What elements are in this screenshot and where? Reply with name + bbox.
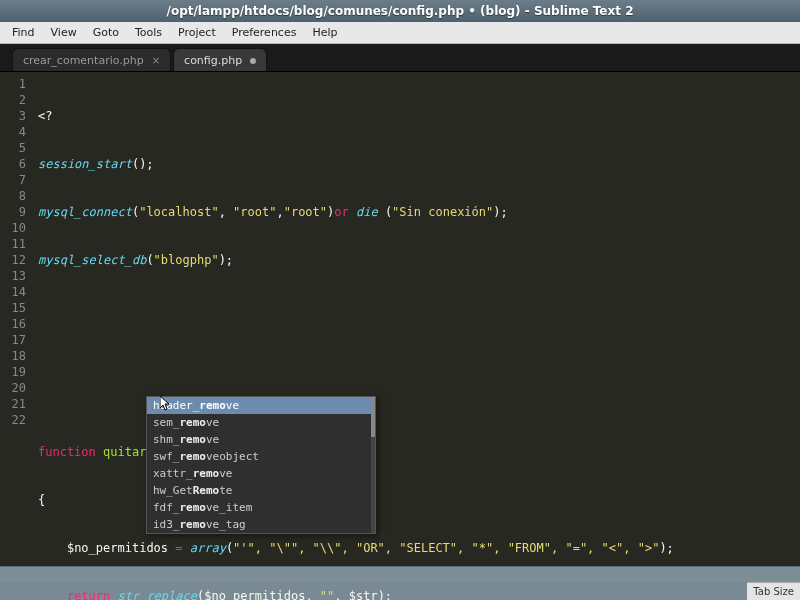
autocomplete-popup[interactable]: header_remove sem_remove shm_remove swf_… bbox=[146, 396, 376, 534]
tabbar: crear_comentario.php × config.php bbox=[0, 44, 800, 72]
menu-find[interactable]: Find bbox=[4, 26, 43, 39]
dirty-indicator-icon bbox=[250, 58, 256, 64]
menu-project[interactable]: Project bbox=[170, 26, 224, 39]
autocomplete-item[interactable]: fdf_remove_item bbox=[147, 499, 375, 516]
window-titlebar: /opt/lampp/htdocs/blog/comunes/config.ph… bbox=[0, 0, 800, 22]
autocomplete-item[interactable]: shm_remove bbox=[147, 431, 375, 448]
menu-tools[interactable]: Tools bbox=[127, 26, 170, 39]
autocomplete-item[interactable]: sem_remove bbox=[147, 414, 375, 431]
menubar: Find View Goto Tools Project Preferences… bbox=[0, 22, 800, 44]
menu-goto[interactable]: Goto bbox=[85, 26, 127, 39]
line-number-gutter: 12345678910111213141516171819202122 bbox=[0, 72, 34, 580]
close-icon[interactable]: × bbox=[152, 55, 160, 66]
status-tab-size[interactable]: Tab Size bbox=[753, 586, 794, 597]
tab-label: crear_comentario.php bbox=[23, 54, 144, 67]
tab-config[interactable]: config.php bbox=[173, 48, 267, 71]
menu-help[interactable]: Help bbox=[304, 26, 345, 39]
desktop-strip bbox=[0, 566, 800, 582]
statusbar: Tab Size bbox=[747, 582, 800, 600]
autocomplete-item[interactable]: id3_remove_tag bbox=[147, 516, 375, 533]
tab-label: config.php bbox=[184, 54, 242, 67]
editor[interactable]: 12345678910111213141516171819202122 <? s… bbox=[0, 72, 800, 580]
tab-crear-comentario[interactable]: crear_comentario.php × bbox=[12, 48, 171, 71]
autocomplete-item[interactable]: header_remove bbox=[147, 397, 375, 414]
autocomplete-item[interactable]: swf_removeobject bbox=[147, 448, 375, 465]
autocomplete-item[interactable]: hw_GetRemote bbox=[147, 482, 375, 499]
autocomplete-scrollbar[interactable] bbox=[371, 397, 375, 533]
menu-preferences[interactable]: Preferences bbox=[224, 26, 305, 39]
mouse-cursor-icon bbox=[160, 396, 172, 412]
menu-view[interactable]: View bbox=[43, 26, 85, 39]
autocomplete-item[interactable]: xattr_remove bbox=[147, 465, 375, 482]
